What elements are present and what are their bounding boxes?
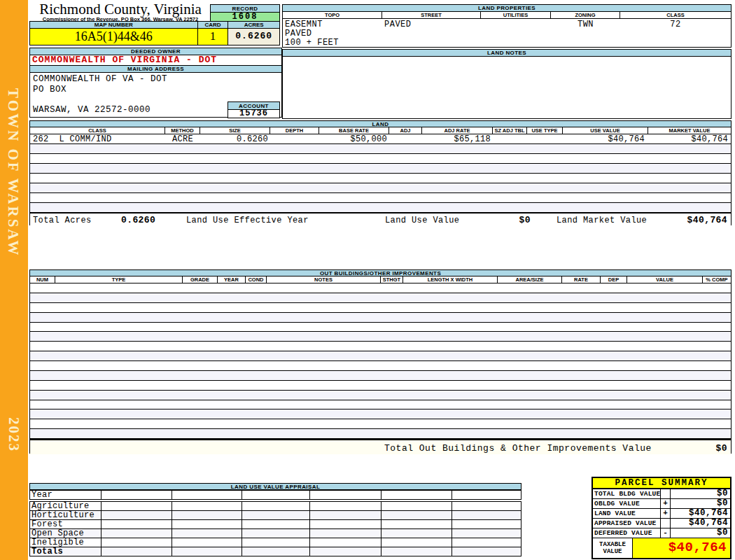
- appraisal-cell: [102, 529, 173, 538]
- appraisal-cell: [382, 538, 453, 547]
- summary-value: $0: [671, 499, 730, 508]
- appraisal-cell: [452, 491, 521, 499]
- column-header: BASE RATE: [319, 127, 389, 134]
- appraisal-cell: [452, 520, 521, 528]
- street-value: PAVED: [384, 20, 412, 29]
- land-market-value-label: Land Market Value: [556, 216, 647, 225]
- out-buildings-title: OUT BUILDINGS/OTHER IMPROVEMENTS: [30, 270, 731, 276]
- appraisal-cell: [172, 529, 242, 538]
- summary-label: TOTAL BLDG VALUE: [593, 489, 661, 498]
- land-market-value-cell: $40,764: [648, 135, 728, 144]
- appraisal-cell: [310, 529, 382, 538]
- map-number-label: MAP NUMBER: [30, 22, 198, 28]
- appraisal-cell: [242, 520, 310, 528]
- column-header: YEAR: [218, 276, 246, 283]
- appraisal-cell: [102, 547, 173, 556]
- address-line-2: PO BOX: [33, 85, 66, 94]
- appraisal-row-label: Year: [30, 491, 102, 499]
- topo-value-1: EASEMNT: [285, 20, 323, 29]
- address-line-3: WARSAW, VA 22572-0000: [33, 105, 150, 115]
- out-buildings-total-row: Total Out Buildings & Other Improvements…: [30, 439, 731, 454]
- appraisal-cell: [102, 511, 173, 519]
- land-properties-title: LAND PROPERTIES: [283, 5, 731, 12]
- empty-row: [30, 351, 731, 361]
- appraisal-cell: [382, 529, 453, 538]
- column-header: DEPTH: [270, 127, 319, 134]
- column-header: AREA/SIZE: [498, 276, 562, 283]
- column-header: DEP: [601, 276, 627, 283]
- appraisal-cell: [102, 502, 173, 510]
- appraisal-row-label: Agriculture: [30, 502, 102, 510]
- appraisal-cell: [242, 491, 310, 499]
- parcel-summary: PARCEL SUMMARY TOTAL BLDG VALUE $0 OBLDG…: [592, 477, 732, 559]
- land-totals-row: Total Acres 0.6260 Land Use Effective Ye…: [30, 213, 731, 226]
- column-header: COND: [246, 276, 267, 283]
- appraisal-cell: [172, 520, 242, 528]
- column-header: CLASS: [620, 12, 731, 18]
- record-box: RECORD 1608: [210, 4, 280, 22]
- summary-operator: -: [661, 528, 671, 538]
- empty-row: [30, 342, 731, 351]
- land-class-cell: 262 L COMM/IND: [33, 135, 112, 144]
- empty-row: [30, 323, 731, 332]
- column-header: NOTES: [267, 276, 381, 283]
- column-header: TOPO: [283, 12, 382, 18]
- taxable-value-label: TAXABLE VALUE: [593, 538, 633, 558]
- out-buildings-total-label: Total Out Buildings & Other Improvements…: [384, 443, 652, 454]
- appraisal-row: Ineligible: [29, 538, 522, 547]
- map-number-value: 16A5(1)44&46: [30, 29, 198, 45]
- appraisal-cell: [242, 511, 310, 519]
- sidebar: TOWN OF WARSAW 2023: [0, 0, 28, 560]
- record-value: 1608: [211, 13, 279, 21]
- appraisal-row-label: Horticulture: [30, 511, 102, 519]
- empty-row: [30, 371, 731, 381]
- empty-row: [30, 203, 731, 213]
- summary-value: $40,764: [671, 509, 730, 518]
- property-record-card: TOWN OF WARSAW 2023 Richmond County, Vir…: [0, 0, 735, 560]
- summary-row-deferred: DEFERRED VALUE - $0: [593, 528, 730, 538]
- out-buildings-column-headers: NUMTYPEGRADEYEARCONDNOTESSTHGTLENGTH X W…: [30, 276, 731, 284]
- appraisal-cell: [310, 520, 382, 528]
- summary-operator: [661, 489, 671, 498]
- column-header: TYPE: [55, 276, 183, 283]
- column-header: SIZE: [200, 127, 270, 134]
- appraisal-cell: [382, 511, 453, 519]
- out-buildings-table: OUT BUILDINGS/OTHER IMPROVEMENTS NUMTYPE…: [29, 270, 732, 454]
- summary-label: APPRAISED VALUE: [593, 519, 661, 528]
- land-use-value-cell: $40,764: [563, 135, 645, 144]
- taxable-value-row: TAXABLE VALUE $40,764: [593, 538, 730, 558]
- summary-label: LAND VALUE: [593, 509, 661, 518]
- land-use-appraisal-body: YearAgricultureHorticultureForestOpen Sp…: [29, 490, 522, 556]
- land-properties-body: EASEMNT PAVED 100 + FEET PAVED TWN 72: [283, 19, 731, 47]
- appraisal-row: Forest: [29, 519, 522, 529]
- land-base-rate-cell: $50,000: [319, 135, 387, 144]
- land-column-headers: CLASSMETHODSIZEDEPTHBASE RATEADJADJ RATE…: [30, 127, 731, 134]
- empty-row: [30, 391, 731, 400]
- appraisal-cell: [382, 547, 453, 556]
- column-header: CLASS: [30, 127, 165, 134]
- column-header: STREET: [382, 12, 481, 18]
- summary-label: DEFERRED VALUE: [593, 528, 661, 538]
- appraisal-row: Horticulture: [29, 510, 522, 520]
- zoning-value: TWN: [551, 20, 620, 29]
- appraisal-cell: [102, 491, 173, 499]
- appraisal-cell: [172, 547, 242, 556]
- land-notes-title: LAND NOTES: [283, 50, 731, 57]
- column-header: RATE: [562, 276, 601, 283]
- acres-value: 0.6260: [228, 29, 279, 45]
- appraisal-cell: [452, 511, 521, 519]
- land-notes-box: LAND NOTES: [282, 49, 732, 119]
- appraisal-cell: [242, 502, 310, 510]
- appraisal-cell: [172, 538, 242, 547]
- appraisal-cell: [310, 547, 382, 556]
- land-use-value-label: Land Use Value: [385, 216, 459, 225]
- appraisal-row: Year: [29, 490, 522, 500]
- appraisal-cell: [102, 538, 173, 547]
- land-method-cell: ACRE: [165, 135, 200, 144]
- empty-row: [30, 419, 731, 429]
- account-box: ACCOUNT 15736: [227, 102, 280, 118]
- summary-value: $0: [671, 528, 730, 538]
- empty-row: [30, 429, 731, 439]
- appraisal-row: Open Space: [29, 528, 522, 538]
- out-buildings-total-value: $0: [715, 443, 727, 454]
